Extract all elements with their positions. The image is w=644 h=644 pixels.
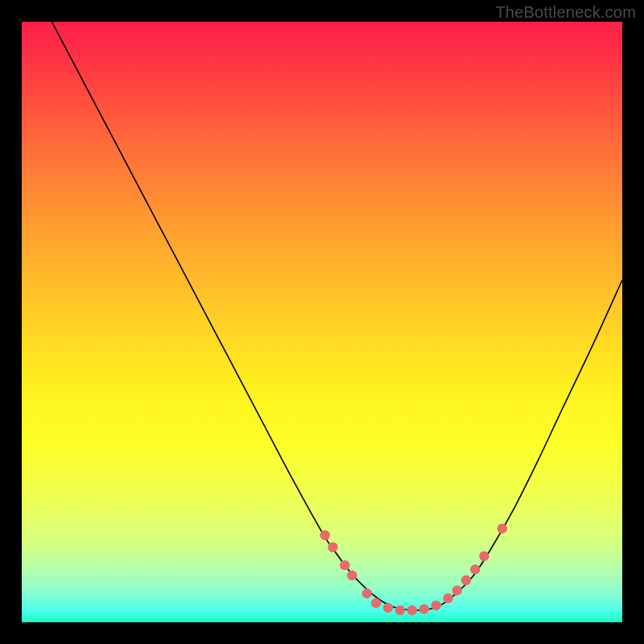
stage: TheBottleneck.com — [0, 0, 644, 644]
curve-marker-dot — [320, 530, 330, 540]
curve-marker-dot — [470, 564, 480, 574]
curve-marker-dot — [419, 604, 429, 613]
curve-marker-dot — [431, 601, 441, 610]
curve-marker-dot — [347, 571, 357, 580]
chart-svg — [22, 22, 622, 622]
curve-marker-dot — [461, 576, 471, 585]
curve-marker-dot — [443, 593, 452, 603]
curve-marker-dot — [497, 523, 507, 533]
curve-marker-dot — [328, 543, 337, 552]
curve-marker-dot — [479, 551, 489, 561]
curve-marker-dot — [407, 605, 417, 615]
curve-marker-dot — [452, 585, 462, 595]
curve-marker-dot — [340, 560, 349, 570]
curve-marker-dot — [395, 605, 405, 615]
watermark-text: TheBottleneck.com — [495, 3, 636, 22]
bottleneck-curve — [52, 22, 622, 610]
curve-marker-dot — [383, 603, 393, 613]
curve-marker-dot — [362, 588, 372, 598]
chart-plot-area — [22, 22, 622, 622]
curve-marker-dot — [371, 598, 381, 608]
